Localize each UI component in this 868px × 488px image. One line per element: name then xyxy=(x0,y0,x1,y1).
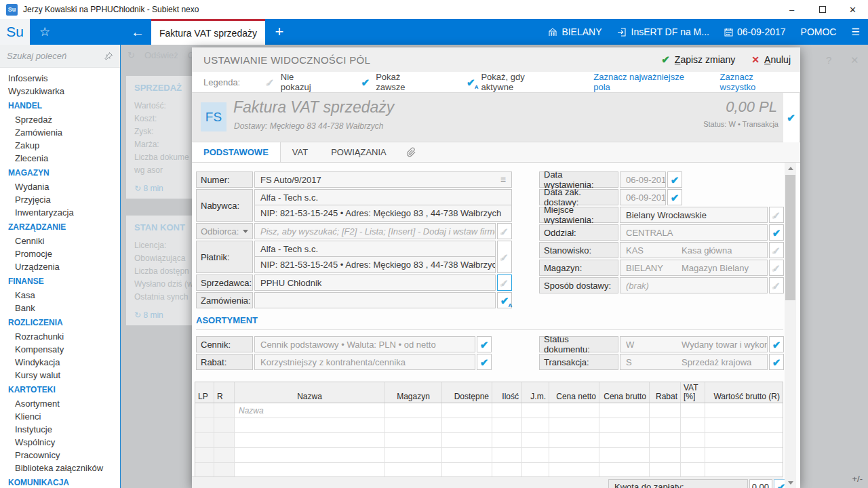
sidebar-item-wydania[interactable]: Wydania xyxy=(0,180,120,193)
visibility-checkbox[interactable]: ✓ xyxy=(497,223,512,239)
sidebar-item-rozrachunki[interactable]: Rozrachunki xyxy=(0,330,120,343)
field-value[interactable]: Bielany Wrocławskie xyxy=(620,207,768,223)
field-value[interactable]: 06-09-2017 xyxy=(620,189,666,205)
sidebar-item-kompensaty[interactable]: Kompensaty xyxy=(0,343,120,356)
sidebar-item-cenniki[interactable]: Cenniki xyxy=(0,235,120,247)
visibility-checkbox[interactable]: ✔ xyxy=(477,354,492,370)
visibility-checkbox[interactable]: ✓ xyxy=(497,274,512,291)
field-value[interactable]: Alfa - Tech s.c.NIP: 821-53-15-245 • Adr… xyxy=(254,241,496,273)
back-arrow-icon[interactable]: ← xyxy=(124,19,151,45)
help-menu[interactable]: POMOC xyxy=(801,26,837,37)
tab-powiazania[interactable]: POWIĄZANIA xyxy=(319,142,398,162)
sidebar-item-zakup[interactable]: Zakup xyxy=(0,139,120,152)
field-value[interactable]: Cennik podstawowy • Waluta: PLN • od net… xyxy=(254,336,475,352)
field-value[interactable]: KASKasa główna xyxy=(620,242,768,258)
field-value[interactable] xyxy=(254,292,496,308)
field-value-line2[interactable]: NIP: 821-53-15-245 • Adres: Męckiego 83 … xyxy=(254,257,496,273)
save-changes-button[interactable]: ✔ Zapisz zmiany xyxy=(661,54,735,66)
pin-icon[interactable] xyxy=(104,52,113,60)
column-header-dost-pne[interactable]: Dostępne xyxy=(442,382,492,403)
tab-podstawowe[interactable]: PODSTAWOWE xyxy=(192,142,281,162)
new-tab-button[interactable]: + xyxy=(265,19,294,45)
column-header-j-m[interactable]: J.m. xyxy=(522,382,549,403)
column-header-cena-brutto[interactable]: Cena brutto xyxy=(599,382,650,403)
scroll-up-icon[interactable] xyxy=(785,163,796,174)
field-value[interactable]: SSprzedaż krajowa xyxy=(620,354,768,370)
tab-faktura-vat-sprzedazy[interactable]: Faktura VAT sprzedaży xyxy=(151,19,265,45)
sidebar-item-sprzeda[interactable]: Sprzedaż xyxy=(0,113,120,126)
column-header-vat[interactable]: VAT [%] xyxy=(681,382,705,403)
maximize-button[interactable] xyxy=(807,0,837,19)
visibility-checkbox[interactable]: ✓ xyxy=(497,241,512,273)
sidebar-item-urz-dzenia[interactable]: Urządzenia xyxy=(0,260,120,273)
sidebar-item-przyj-cia[interactable]: Przyjęcia xyxy=(0,193,120,206)
sidebar-item-instytucje[interactable]: Instytucje xyxy=(0,423,120,436)
tab-vat[interactable]: VAT xyxy=(281,142,319,162)
field-value-line1[interactable]: Alfa - Tech s.c. xyxy=(254,189,512,205)
column-header-nazwa[interactable]: Nazwa xyxy=(235,382,385,403)
sidebar-item-asortyment[interactable]: Asortyment xyxy=(0,397,120,410)
field-value[interactable]: Pisz, aby wyszukać; [F2] - Lista; [Inser… xyxy=(254,223,496,239)
account-menu[interactable]: InsERT DF na M... xyxy=(617,26,709,37)
minimize-button[interactable]: – xyxy=(776,0,807,19)
field-value[interactable]: 06-09-2017 xyxy=(620,171,666,188)
favorites-star-icon[interactable]: ☆ xyxy=(30,19,60,45)
field-value[interactable]: CENTRALA xyxy=(620,224,768,241)
field-value[interactable]: BIELANYMagazyn Bielany xyxy=(620,260,768,276)
column-header-warto-brutto-r[interactable]: Wartość brutto (R) xyxy=(705,382,783,403)
attachments-paperclip-icon[interactable] xyxy=(398,142,425,162)
field-value-line2[interactable]: NIP: 821-53-15-245 • Adres: Męckiego 83 … xyxy=(254,205,512,222)
sidebar-item-wyszukiwarka[interactable]: Wyszukiwarka xyxy=(0,85,120,98)
visibility-checkbox[interactable]: ✔ xyxy=(497,292,512,308)
column-header-rabat[interactable]: Rabat xyxy=(650,382,681,403)
hamburger-menu-icon[interactable]: ☰ xyxy=(851,26,860,37)
sidebar-item-kursy-walut[interactable]: Kursy walut xyxy=(0,369,120,382)
visibility-checkbox[interactable]: ✔ xyxy=(667,189,682,205)
table-cell[interactable]: Nazwa xyxy=(235,403,385,418)
sidebar-item-infoserwis[interactable]: Infoserwis xyxy=(0,72,120,85)
field-value[interactable]: PPHU Chłodnik xyxy=(254,274,496,291)
scrollbar-thumb[interactable] xyxy=(785,175,795,300)
select-important-fields-link[interactable]: Zaznacz najważniejsze pola xyxy=(593,72,702,92)
sidebar-item-windykacja[interactable]: Windykacja xyxy=(0,356,120,369)
field-value[interactable]: Korzystniejszy z kontrahenta/cennika xyxy=(254,354,475,370)
sidebar-item-kasa[interactable]: Kasa xyxy=(0,289,120,302)
sidebar-item-bank[interactable]: Bank xyxy=(0,302,120,314)
sidebar-item-klienci[interactable]: Klienci xyxy=(0,410,120,423)
app-logo[interactable]: Su xyxy=(0,19,30,45)
date-selector[interactable]: 06-09-2017 xyxy=(724,26,786,37)
visibility-checkbox[interactable]: ✔ xyxy=(769,336,784,352)
command-search[interactable]: Szukaj poleceń xyxy=(0,45,120,68)
sidebar-item-zam-wienia[interactable]: Zamówienia xyxy=(0,126,120,139)
field-value-line1[interactable]: Alfa - Tech s.c. xyxy=(254,241,496,257)
cancel-button[interactable]: ✕ Anuluj xyxy=(751,54,791,65)
visibility-checkbox[interactable]: ✓ xyxy=(769,277,784,293)
close-button[interactable]: ✕ xyxy=(837,0,868,19)
sidebar-item-biblioteka-za-cznik-w[interactable]: Biblioteka załączników xyxy=(0,462,120,474)
sidebar-item-inwentaryzacja[interactable]: Inwentaryzacja xyxy=(0,206,120,219)
column-header-r[interactable]: R xyxy=(214,382,235,403)
vertical-scrollbar[interactable] xyxy=(785,163,796,488)
visibility-checkbox[interactable]: ✓ xyxy=(769,207,784,223)
visibility-checkbox[interactable]: ✔ xyxy=(769,354,784,370)
branch-selector[interactable]: BIELANY xyxy=(548,26,601,37)
sidebar-item-pracownicy[interactable]: Pracownicy xyxy=(0,449,120,462)
field-value[interactable]: Alfa - Tech s.c.NIP: 821-53-15-245 • Adr… xyxy=(254,189,512,222)
search-input[interactable]: Szukaj poleceń xyxy=(7,51,104,61)
visibility-checkbox[interactable]: ✔ xyxy=(769,224,784,241)
column-header-ilo[interactable]: Ilość xyxy=(492,382,522,403)
select-all-link[interactable]: Zaznacz wszystko xyxy=(720,72,791,92)
column-header-lp[interactable]: LP xyxy=(195,382,214,403)
column-header-magazyn[interactable]: Magazyn xyxy=(385,382,442,403)
sidebar-item-promocje[interactable]: Promocje xyxy=(0,247,120,260)
field-menu-icon[interactable]: ≡ xyxy=(500,174,506,185)
sidebar-item-wsp-lnicy[interactable]: Wspólnicy xyxy=(0,436,120,449)
dropdown-chevron-icon[interactable] xyxy=(243,230,248,233)
header-visibility-checkbox[interactable]: ✔ xyxy=(783,93,799,142)
field-value[interactable]: WWydany towar i wykonane u... xyxy=(620,336,768,352)
field-value[interactable]: (brak) xyxy=(620,277,768,293)
column-header-cena-netto[interactable]: Cena netto xyxy=(549,382,599,403)
visibility-checkbox[interactable]: ✔ xyxy=(477,336,492,352)
visibility-checkbox[interactable]: ✔ xyxy=(667,171,682,188)
field-value[interactable]: FS Auto/9/2017≡ xyxy=(254,171,512,188)
